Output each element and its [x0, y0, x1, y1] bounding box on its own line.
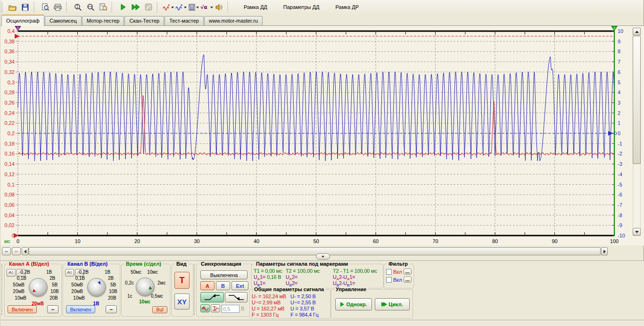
math-functions-button[interactable]: √α	[200, 1, 213, 14]
dial-label: 20мВ	[63, 289, 83, 294]
svg-text:-7: -7	[618, 202, 622, 208]
arrow-right-icon	[603, 250, 608, 253]
folder-icon	[8, 4, 17, 11]
plot-area[interactable]: 00,020,040,060,080,10,120,140,160,180,20…	[0, 26, 644, 260]
svg-text:30: 30	[194, 238, 199, 244]
sound-button[interactable]	[213, 1, 225, 14]
start-cyclic-button[interactable]	[129, 1, 142, 14]
run-cyclic-button[interactable]: Цикл.	[375, 298, 410, 310]
svg-text:-2: -2	[618, 151, 622, 156]
dropdown-arrow-icon[interactable]	[171, 7, 174, 10]
channel-a-power-button[interactable]: Включен	[8, 305, 37, 313]
dropdown-arrow-icon[interactable]	[196, 7, 199, 10]
channel-a-invert-button[interactable]: −	[47, 305, 58, 313]
scroll-left-button[interactable]	[22, 247, 28, 255]
sync-source-ext-button[interactable]: Ext	[231, 281, 248, 290]
buffer-button[interactable]: Buf	[152, 306, 167, 313]
dial-label: 0,2с	[122, 280, 134, 285]
sync-rising-edge-button[interactable]	[200, 292, 224, 302]
svg-text:80: 80	[492, 238, 498, 244]
menu-item-1[interactable]: Рамка ДД	[239, 2, 272, 12]
open-button[interactable]	[6, 1, 19, 14]
view-title: Вид	[175, 261, 188, 267]
print-button[interactable]	[51, 1, 64, 14]
dropdown-arrow-icon[interactable]	[184, 7, 187, 10]
zoom-page-button[interactable]	[97, 1, 109, 14]
sync-source-a-button[interactable]: A	[200, 281, 215, 290]
sync-pretrigger-button[interactable]	[200, 304, 210, 312]
oscilloscope-svg[interactable]: 00,020,040,060,080,10,120,140,160,180,20…	[0, 26, 644, 260]
panel-grip[interactable]	[1, 264, 2, 315]
tab-4[interactable]: Скан-Тестер	[124, 16, 164, 25]
sync-falling-edge-button[interactable]	[225, 292, 248, 302]
channel-b-settings-button[interactable]	[174, 1, 187, 14]
view-t-button[interactable]: T	[174, 272, 190, 289]
channel-b-invert-button[interactable]: −	[106, 305, 117, 313]
horizontal-scroll-thumb[interactable]	[29, 247, 601, 255]
page-magnifier-icon	[41, 3, 49, 11]
svg-text:0,04: 0,04	[5, 212, 15, 218]
filter-more-button[interactable]: ...	[404, 277, 412, 283]
channel-a-settings-button[interactable]	[162, 1, 174, 14]
filter-more-button[interactable]: ...	[404, 269, 412, 275]
dial-label: 2мс	[157, 280, 165, 285]
sync-off-button[interactable]: Выключена	[200, 270, 248, 279]
calculator-button[interactable]	[187, 1, 200, 14]
scroll-right-button[interactable]	[601, 247, 608, 255]
tab-6[interactable]: www.motor-master.ru	[204, 16, 263, 25]
sync-level-button[interactable]	[211, 304, 220, 312]
panel-grip[interactable]	[194, 264, 195, 315]
tab-2[interactable]: Самописец	[45, 16, 82, 25]
svg-text:3: 3	[618, 100, 620, 106]
zoom-vertical-button[interactable]	[71, 1, 84, 14]
start-single-button[interactable]	[116, 1, 129, 14]
trigger-level-icon	[212, 306, 219, 311]
save-button[interactable]	[19, 1, 32, 14]
svg-text:0,32: 0,32	[5, 69, 15, 75]
arrow-up-icon	[635, 29, 639, 33]
print-preview-button[interactable]	[39, 1, 51, 14]
panel-collapse-button[interactable]	[316, 253, 330, 260]
svg-text:10: 10	[618, 28, 623, 34]
svg-text:-3: -3	[618, 161, 622, 167]
tab-5[interactable]: Тест-мастер	[165, 16, 204, 25]
toolbar: √α Рамка ДДПараметры ДДРамка ДР	[0, 0, 644, 14]
vertical-scroll-thumb[interactable]	[633, 36, 641, 164]
svg-text:90: 90	[552, 238, 557, 244]
play-double-icon	[381, 302, 387, 307]
dial-label: 0,5мс	[151, 293, 163, 299]
menu-item-2[interactable]: Параметры ДД	[279, 2, 324, 12]
tab-3[interactable]: Мотор-тестер	[82, 16, 124, 25]
filter-checkbox[interactable]	[386, 277, 392, 283]
stop-button[interactable]	[142, 1, 155, 14]
toolbar-grip[interactable]	[1, 2, 5, 12]
scroll-down-button[interactable]	[633, 228, 641, 236]
sync-level-input[interactable]	[222, 305, 239, 313]
channel-b-gain-knob[interactable]	[87, 278, 106, 297]
stop-disabled-icon	[145, 3, 152, 11]
menu-item-3[interactable]: Рамка ДР	[330, 2, 363, 12]
dial-label: 50мс	[124, 269, 141, 275]
dial-label: 10В	[50, 289, 59, 294]
svg-text:8: 8	[618, 49, 620, 54]
zoom-horizontal-button[interactable]	[84, 1, 97, 14]
svg-text:0: 0	[17, 238, 19, 244]
filter-checkbox[interactable]	[386, 269, 392, 275]
channel-b-power-button[interactable]: Включен	[66, 305, 95, 313]
svg-text:0,38: 0,38	[5, 39, 15, 44]
dial-label: 50мВ	[63, 282, 83, 287]
channel-a-gain-knob[interactable]	[29, 278, 48, 297]
tab-1[interactable]: Осциллограф	[1, 15, 44, 26]
svg-text:-1: -1	[618, 141, 622, 147]
dial-label: 0,2В	[74, 269, 89, 275]
knob-pointer	[25, 275, 51, 300]
control-title: Управление	[334, 286, 368, 292]
run-single-button[interactable]: Однокр.	[335, 298, 372, 310]
marker-a-dots-button[interactable]: ..	[12, 247, 21, 255]
scroll-up-button[interactable]	[633, 28, 641, 35]
svg-text:0: 0	[618, 130, 620, 136]
marker-b-dots-button[interactable]: ..	[2, 247, 11, 255]
sync-source-b-button[interactable]: B	[216, 281, 230, 290]
svg-text:-5: -5	[618, 182, 622, 187]
view-xy-button[interactable]: XY	[174, 293, 190, 310]
